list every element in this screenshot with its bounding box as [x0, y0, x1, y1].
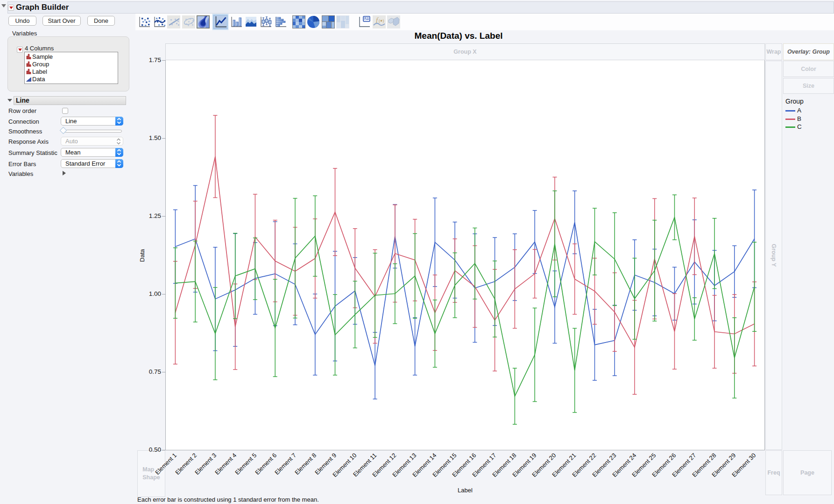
svg-text:): ) — [382, 18, 384, 24]
